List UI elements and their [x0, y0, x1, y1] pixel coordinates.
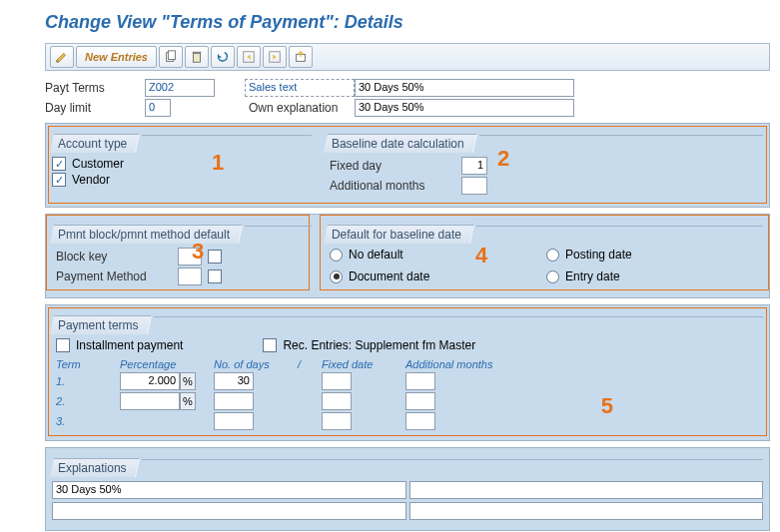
expl-input-4[interactable] [409, 502, 764, 520]
account-type-title: Account type [58, 137, 127, 151]
row-num: 2. [56, 395, 116, 407]
page-title: Change View "Terms of Payment": Details [45, 6, 770, 43]
block-key-input[interactable] [178, 248, 202, 266]
addm-input[interactable] [405, 412, 435, 430]
col-pct: Percentage [120, 358, 210, 370]
own-expl-label: Own explanation [245, 99, 355, 117]
expl-input-3[interactable] [52, 502, 406, 520]
day-limit-label: Day limit [45, 99, 145, 117]
group-account-type: Account type ✓ Customer ✓ Vendor 1 [52, 130, 312, 197]
installment-checkbox[interactable] [56, 338, 70, 352]
pmnt-block-title: Pmnt block/pmnt method default [58, 228, 230, 242]
add-months-label: Additional months [326, 179, 455, 193]
sales-text-label[interactable]: Sales text [245, 79, 355, 97]
installment-label: Installment payment [76, 338, 183, 352]
expl-input-1[interactable]: 30 Days 50% [52, 481, 406, 499]
payt-terms-value[interactable]: Z002 [145, 79, 215, 97]
pct-sign: % [180, 392, 196, 410]
svg-rect-2 [193, 54, 200, 63]
entry-date-label: Entry date [565, 269, 620, 283]
col-term: Term [56, 358, 116, 370]
day-limit-value[interactable]: 0 [145, 99, 171, 117]
pay-method-label: Payment Method [52, 269, 172, 283]
radio-posting-date[interactable] [546, 249, 559, 262]
payment-terms-title: Payment terms [58, 318, 139, 332]
addm-input[interactable] [405, 392, 435, 410]
block-key-label: Block key [52, 250, 172, 264]
delete-button[interactable] [185, 46, 209, 68]
table-row: 2. % [52, 392, 763, 410]
baseline-calc-title: Baseline date calculation [332, 137, 464, 151]
days-input[interactable] [214, 392, 254, 410]
row-num: 3. [56, 415, 116, 427]
posting-date-label: Posting date [565, 248, 632, 262]
customer-label: Customer [72, 157, 124, 171]
toolbar: New Entries [45, 43, 770, 71]
pay-method-input[interactable] [178, 267, 202, 285]
days-input[interactable]: 30 [214, 372, 254, 390]
svg-rect-1 [168, 51, 175, 60]
customer-checkbox[interactable]: ✓ [52, 157, 66, 171]
no-default-label: No default [349, 248, 403, 262]
radio-document-date[interactable] [330, 270, 343, 283]
default-baseline-title: Default for baseline date [332, 228, 461, 242]
fixed-input[interactable] [322, 372, 352, 390]
group-pmnt-block: Pmnt block/pmnt method default Block key… [52, 221, 312, 287]
expl-input-2[interactable] [409, 481, 764, 499]
table-row: 3. [52, 412, 763, 430]
toggle-button[interactable] [50, 46, 74, 68]
group-default-baseline: Default for baseline date No default Pos… [326, 221, 763, 287]
export-button[interactable] [289, 46, 313, 68]
group-baseline-calc: Baseline date calculation Fixed day 1 Ad… [326, 130, 763, 197]
header-grid: Payt Terms Z002 Sales text 30 Days 50% D… [45, 79, 770, 117]
payt-terms-label: Payt Terms [45, 79, 145, 97]
addm-input[interactable] [405, 372, 435, 390]
rec-entries-label: Rec. Entries: Supplement fm Master [283, 338, 475, 352]
table-row: 1. 2.000% 30 [52, 372, 763, 390]
block-key-check[interactable] [208, 250, 222, 264]
next-button[interactable] [263, 46, 287, 68]
vendor-label: Vendor [72, 173, 110, 187]
fixed-day-input[interactable]: 1 [461, 157, 487, 175]
days-input[interactable] [214, 412, 254, 430]
fixed-input[interactable] [322, 412, 352, 430]
document-date-label: Document date [349, 269, 429, 283]
col-addm: Additional months [405, 358, 525, 370]
col-slash: / [298, 358, 318, 370]
add-months-input[interactable] [461, 177, 487, 195]
vendor-checkbox[interactable]: ✓ [52, 173, 66, 187]
pct-input[interactable]: 2.000 [120, 372, 180, 390]
group-payment-terms: Payment terms Installment payment Rec. E… [52, 311, 763, 430]
svg-rect-3 [193, 52, 202, 54]
new-entries-button[interactable]: New Entries [76, 46, 157, 68]
undo-button[interactable] [211, 46, 235, 68]
copy-button[interactable] [159, 46, 183, 68]
col-fixed: Fixed date [322, 358, 401, 370]
pct-input[interactable] [120, 392, 180, 410]
sales-text-value[interactable]: 30 Days 50% [355, 79, 574, 97]
radio-no-default[interactable] [330, 249, 343, 262]
row-num: 1. [56, 375, 116, 387]
explanations-title: Explanations [58, 461, 127, 475]
rec-entries-checkbox[interactable] [263, 338, 277, 352]
radio-entry-date[interactable] [546, 270, 559, 283]
col-days: No. of days [214, 358, 294, 370]
pct-sign: % [180, 372, 196, 390]
fixed-input[interactable] [322, 392, 352, 410]
fixed-day-label: Fixed day [326, 159, 455, 173]
own-expl-value[interactable]: 30 Days 50% [355, 99, 574, 117]
pay-method-check[interactable] [208, 269, 222, 283]
prev-button[interactable] [237, 46, 261, 68]
group-explanations: Explanations 30 Days 50% [52, 454, 763, 520]
